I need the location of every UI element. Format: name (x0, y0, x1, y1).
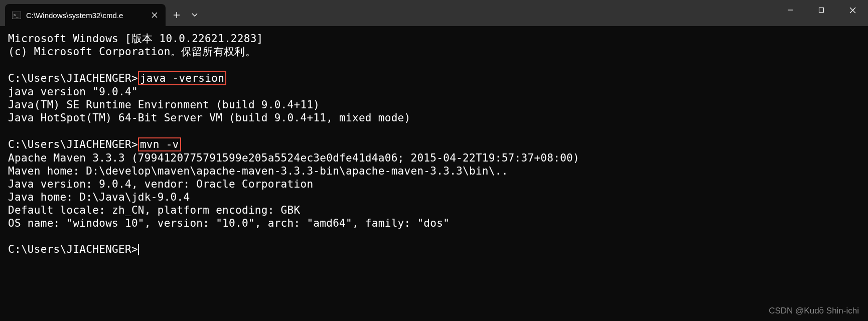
terminal-output[interactable]: Microsoft Windows [版本 10.0.22621.2283] (… (0, 26, 868, 262)
minimize-button[interactable] (775, 0, 806, 20)
prompt-prefix: C:\Users\JIACHENGER> (8, 138, 138, 150)
tab-dropdown-button[interactable] (186, 4, 204, 26)
blank-line (8, 230, 860, 243)
close-window-button[interactable] (837, 0, 868, 20)
mvn-output-5: Default locale: zh_CN, platform encoding… (8, 204, 860, 217)
window-controls (775, 0, 868, 20)
new-tab-button[interactable] (168, 4, 186, 26)
mvn-output-1: Apache Maven 3.3.3 (7994120775791599e205… (8, 151, 860, 165)
maximize-button[interactable] (806, 0, 837, 20)
svg-text:>_: >_ (14, 13, 19, 18)
banner-line-2: (c) Microsoft Corporation。保留所有权利。 (8, 45, 860, 58)
mvn-output-3: Java version: 9.0.4, vendor: Oracle Corp… (8, 178, 860, 191)
blank-line (8, 124, 860, 137)
command-highlight-mvn: mvn -v (138, 137, 181, 151)
watermark: CSDN @Kudō Shin-ichi (769, 306, 859, 316)
banner-line-1: Microsoft Windows [版本 10.0.22621.2283] (8, 32, 860, 45)
tab-close-button[interactable] (150, 10, 160, 20)
prompt-line-2: C:\Users\JIACHENGER>mvn -v (8, 137, 860, 151)
mvn-output-6: OS name: "windows 10", version: "10.0", … (8, 217, 860, 230)
java-output-3: Java HotSpot(TM) 64-Bit Server VM (build… (8, 111, 860, 124)
prompt-prefix: C:\Users\JIACHENGER> (8, 243, 138, 255)
tab-title: C:\Windows\system32\cmd.e (26, 11, 146, 20)
window-titlebar: >_ C:\Windows\system32\cmd.e (0, 0, 868, 26)
cmd-icon: >_ (12, 11, 21, 20)
java-output-1: java version "9.0.4" (8, 85, 860, 98)
mvn-output-4: Java home: D:\Java\jdk-9.0.4 (8, 191, 860, 204)
mvn-output-2: Maven home: D:\develop\maven\apache-mave… (8, 165, 860, 178)
java-output-2: Java(TM) SE Runtime Environment (build 9… (8, 98, 860, 111)
svg-rect-7 (819, 8, 824, 13)
prompt-prefix: C:\Users\JIACHENGER> (8, 72, 138, 84)
terminal-tab[interactable]: >_ C:\Windows\system32\cmd.e (5, 4, 166, 26)
command-highlight-java: java -version (138, 71, 226, 85)
text-cursor (138, 244, 139, 255)
prompt-line-3: C:\Users\JIACHENGER> (8, 243, 860, 256)
blank-line (8, 58, 860, 71)
prompt-line-1: C:\Users\JIACHENGER>java -version (8, 71, 860, 85)
